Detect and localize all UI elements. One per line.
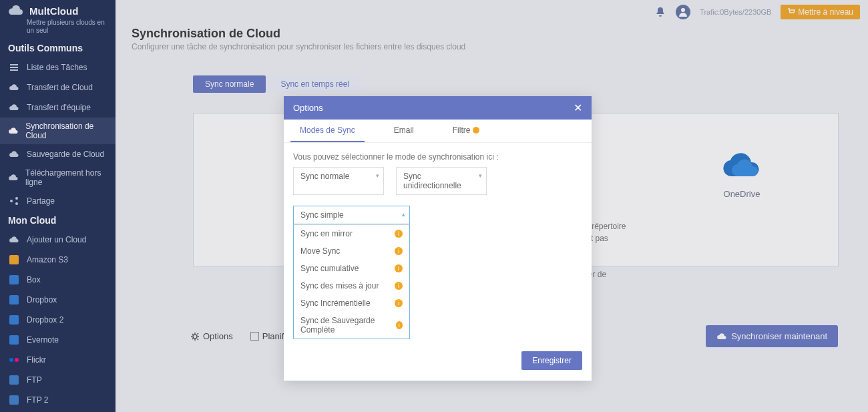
info-icon[interactable]: i [396,321,403,329]
option-mirror-sync[interactable]: Sync en mirrori [294,225,409,242]
options-button[interactable]: Options [190,331,233,341]
modal-tabs: Modes de Sync Email Filtre [284,120,592,143]
tab-normal-sync[interactable]: Sync normale [193,75,266,93]
nav-add-cloud[interactable]: Ajouter un Cloud [0,230,116,250]
nav-evernote[interactable]: Evernote [0,330,116,350]
cloud-icon [8,81,20,93]
select-dropdown-list: Sync en mirrori Move Synci Sync cumulati… [293,224,410,339]
close-icon[interactable]: ✕ [574,101,582,114]
nav-dropbox2[interactable]: Dropbox 2 [0,310,116,330]
info-icon[interactable]: i [395,299,403,307]
ftp-icon [8,394,20,406]
svg-point-4 [15,197,18,200]
option-full-backup-sync[interactable]: Sync de Sauvegarde Complètei [294,312,409,339]
nav-share[interactable]: Partage [0,191,116,211]
cloud-sync-icon [716,333,727,341]
cloud-icon [8,148,20,160]
modal-footer: Enregistrer [284,351,592,381]
checkbox-icon [250,332,259,341]
tagline: Mettre plusieurs clouds en un seul [0,19,116,39]
svg-rect-2 [10,69,18,71]
mtab-filter[interactable]: Filtre [443,120,489,142]
option-cumulative-sync[interactable]: Sync cumulativei [294,260,409,277]
topbar: Trafic:0Bytes/2230GB Mettre à niveau [116,0,868,24]
mtab-email[interactable]: Email [385,120,423,142]
notifications-icon[interactable] [654,6,666,18]
section-common-title: Outils Communs [0,39,116,57]
badge-dot-icon [473,127,479,134]
save-button[interactable]: Enregistrer [521,351,582,370]
cart-icon [787,8,795,16]
onedrive-icon [719,150,765,181]
nav-label: FTP [27,375,42,385]
nav-label: Téléchargement hors ligne [25,168,107,187]
sync-now-button[interactable]: Synchroniser maintenant [706,325,838,347]
ftp-icon [8,374,20,386]
options-modal: Options ✕ Modes de Sync Email Filtre Vou… [284,96,592,381]
svg-point-12 [681,8,685,12]
upgrade-button[interactable]: Mettre à niveau [781,5,860,19]
nav-amazon-s3[interactable]: Amazon S3 [0,250,116,270]
target-cloud[interactable]: OneDrive [719,150,765,199]
option-move-sync[interactable]: Move Synci [294,242,409,260]
list-icon [8,61,20,73]
chevron-down-icon: ▾ [376,172,379,179]
info-icon[interactable]: i [395,264,403,272]
tab-realtime-sync[interactable]: Sync en temps réel [268,75,361,93]
option-update-sync[interactable]: Sync des mises à jouri [294,277,409,294]
section-mycloud-title: Mon Cloud [0,211,116,230]
select-sync-type[interactable]: Sync normale▾ [293,167,384,195]
nav-label: Box [27,275,41,284]
nav-offline-download[interactable]: Téléchargement hors ligne [0,164,116,191]
svg-point-3 [10,200,13,202]
modal-header: Options ✕ [284,96,592,120]
logo[interactable]: MultCloud [0,0,116,19]
nav-label: Liste des Tâches [27,63,87,72]
page-title: Synchronisation de Cloud [132,27,852,41]
sidebar: MultCloud Mettre plusieurs clouds en un … [0,0,116,412]
info-icon[interactable]: i [395,247,403,255]
nav-label: Amazon S3 [27,255,68,264]
nav-cloud-transfer[interactable]: Transfert de Cloud [0,77,116,97]
traffic-label: Trafic:0Bytes/2230GB [700,8,771,16]
page-subtitle: Configurer une tâche de synchronisation … [132,42,852,51]
target-label: OneDrive [719,189,765,199]
download-icon [8,172,19,184]
nav-task-list[interactable]: Liste des Tâches [0,57,116,77]
svg-point-7 [15,358,19,362]
nav-label: Dropbox [27,295,57,304]
box-icon [8,274,20,286]
nav-dropbox[interactable]: Dropbox [0,290,116,310]
share-icon [8,195,20,207]
brand-name: MultCloud [29,5,78,17]
nav-label: Partage [27,196,55,206]
option-incremental-sync[interactable]: Sync Incrémentiellei [294,294,409,312]
nav-label: Ajouter un Cloud [27,235,86,244]
user-avatar[interactable] [676,5,690,19]
nav-ftp[interactable]: FTP [0,370,116,390]
nav-cloud-backup[interactable]: Sauvegarde de Cloud [0,144,116,164]
nav-label: Transfert d'équipe [27,103,91,112]
modal-instruction: Vous pouvez sélectionner le mode de sync… [293,152,582,162]
svg-rect-0 [10,64,18,65]
dropbox-icon [8,314,20,326]
nav-team-transfer[interactable]: Transfert d'équipe [0,97,116,118]
select-direction[interactable]: Sync unidirectionnelle▾ [396,167,487,195]
nav-label: FTP 2 [27,395,48,405]
cloud-icon [8,101,20,114]
info-icon[interactable]: i [395,282,403,290]
nav-flickr[interactable]: Flickr [0,350,116,370]
chevron-up-icon: ▴ [402,211,405,218]
select-sync-mode: Sync simple▴ Sync en mirrori Move Synci … [293,206,410,339]
evernote-icon [8,334,20,346]
nav-box[interactable]: Box [0,270,116,290]
svg-rect-14 [250,333,258,341]
info-icon[interactable]: i [395,230,403,238]
nav-cloud-sync[interactable]: Synchronisation de Cloud [0,118,116,144]
nav-ftp2[interactable]: FTP 2 [0,390,116,410]
select-sync-mode-selected[interactable]: Sync simple▴ [293,206,410,224]
mtab-sync-modes[interactable]: Modes de Sync [290,120,365,142]
dropbox-icon [8,294,20,306]
nav-label: Flickr [27,355,46,365]
gear-icon [190,332,200,341]
